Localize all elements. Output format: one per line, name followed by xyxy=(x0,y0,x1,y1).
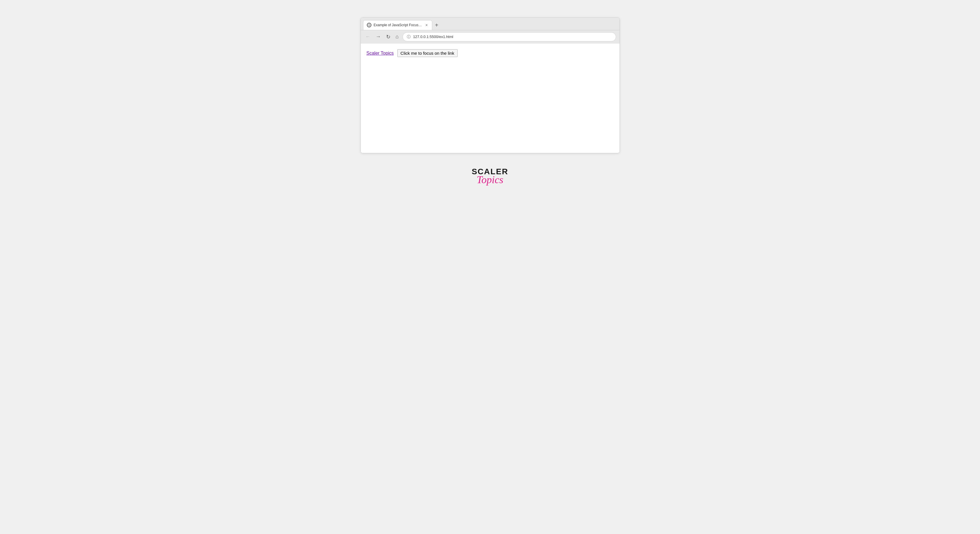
home-icon: ⌂ xyxy=(396,34,399,40)
home-button[interactable]: ⌂ xyxy=(395,33,400,41)
watermark: SCALER Topics xyxy=(472,168,508,185)
tab-bar: Example of JavaScript Focus() me × + xyxy=(361,17,619,30)
back-arrow-icon: ← xyxy=(365,34,371,40)
tab-close-button[interactable]: × xyxy=(425,23,428,27)
back-button[interactable]: ← xyxy=(364,33,372,41)
new-tab-button[interactable]: + xyxy=(432,21,441,29)
forward-arrow-icon: → xyxy=(376,34,381,40)
info-icon: ⓘ xyxy=(407,34,410,40)
scaler-topics-link[interactable]: Scaler Topics xyxy=(366,51,394,56)
url-text: 127.0.0.1:5500/ex1.html xyxy=(413,35,453,39)
address-bar: ← → ↻ ⌂ ⓘ 127.0.0.1:5500/ex1.html xyxy=(361,30,619,43)
browser-tab[interactable]: Example of JavaScript Focus() me × xyxy=(363,20,432,30)
tab-title: Example of JavaScript Focus() me xyxy=(374,23,423,27)
reload-icon: ↻ xyxy=(386,34,390,40)
browser-window: Example of JavaScript Focus() me × + ← →… xyxy=(361,17,620,153)
watermark-topics-text: Topics xyxy=(477,175,503,185)
reload-button[interactable]: ↻ xyxy=(385,33,391,41)
forward-button[interactable]: → xyxy=(375,33,382,41)
focus-button[interactable]: Click me to focus on the link xyxy=(397,49,458,57)
globe-icon xyxy=(367,23,371,27)
url-bar[interactable]: ⓘ 127.0.0.1:5500/ex1.html xyxy=(402,32,616,41)
page-content: Scaler Topics Click me to focus on the l… xyxy=(361,43,619,153)
